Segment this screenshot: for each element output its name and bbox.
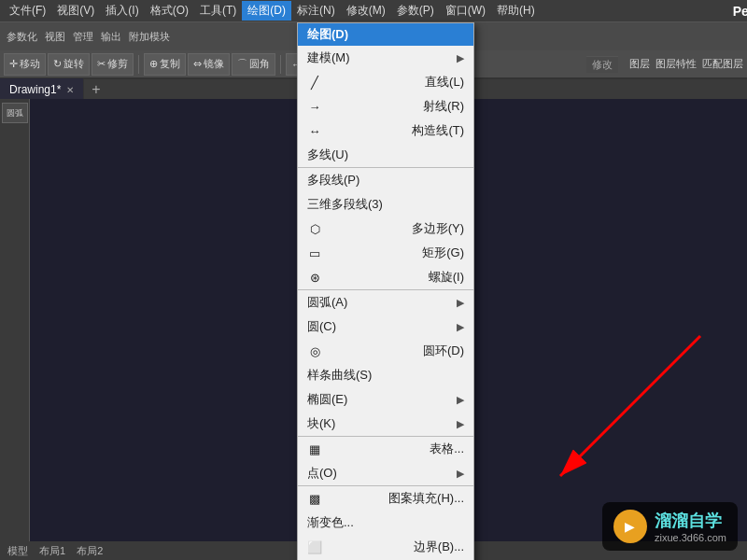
layer-properties-label: 图层特性 <box>655 57 697 71</box>
mirror-label: 镜像 <box>204 57 224 71</box>
move-icon: ✛ <box>9 58 18 70</box>
menu-item-hatch[interactable]: ▩ 图案填充(H)... <box>298 485 473 511</box>
line-icon: ╱ <box>307 76 322 90</box>
menu-item-point-label: 点(O) <box>307 465 337 482</box>
menu-item-polygon[interactable]: ⬡ 多边形(Y) <box>298 217 473 241</box>
menu-item-model[interactable]: 建模(M) ▶ <box>298 46 473 70</box>
arc-icon: 圆弧 <box>7 107 23 119</box>
menu-item-boundary[interactable]: ⬜ 边界(B)... <box>298 535 473 559</box>
menu-view[interactable]: 视图(V) <box>51 1 100 21</box>
fillet-icon: ⌒ <box>237 57 247 71</box>
toolbar-paramchem-label: 参数化 <box>4 29 40 45</box>
menu-tools[interactable]: 工具(T) <box>194 1 242 21</box>
trim-icon: ✂ <box>97 58 106 70</box>
draw-menu-header: 绘图(D) <box>298 23 473 46</box>
menu-annotate[interactable]: 标注(N) <box>291 1 341 21</box>
menu-item-gradient-label: 渐变色... <box>307 514 354 531</box>
toolbar-sep-1 <box>138 55 139 74</box>
watermark-text: 溜溜自学 zixue.3d66.com <box>655 510 726 543</box>
draw-dropdown-menu[interactable]: 绘图(D) 建模(M) ▶ ╱ 直线(L) → 射线(R) ↔ 构造线(T) 多… <box>297 22 474 560</box>
menu-item-hatch-label: 图案填充(H)... <box>388 490 464 507</box>
copy-label: 复制 <box>160 57 180 71</box>
ellipse-arrow-icon: ▶ <box>457 394 464 406</box>
menu-draw[interactable]: 绘图(D) <box>242 1 291 21</box>
status-model[interactable]: 模型 <box>7 544 28 558</box>
watermark-main-text: 溜溜自学 <box>655 510 726 532</box>
menu-format[interactable]: 格式(O) <box>145 1 194 21</box>
tab-drawing1-label: Drawing1* <box>9 83 61 96</box>
menu-item-rect[interactable]: ▭ 矩形(G) <box>298 241 473 265</box>
menu-item-point[interactable]: 点(O) ▶ <box>298 461 473 485</box>
menu-item-table[interactable]: ▦ 表格... <box>298 436 473 461</box>
rotate-label: 旋转 <box>63 57 84 71</box>
menu-item-ray-label: 射线(R) <box>423 98 464 115</box>
status-layout1[interactable]: 布局1 <box>39 544 65 558</box>
menu-params[interactable]: 参数(P) <box>391 1 440 21</box>
watermark-sub-text: zixue.3d66.com <box>655 532 726 543</box>
menu-item-donut[interactable]: ◎ 圆环(D) <box>298 339 473 363</box>
menu-item-3dpolyline-label: 三维多段线(3) <box>307 196 383 213</box>
menu-bar: 文件(F) 视图(V) 插入(I) 格式(O) 工具(T) 绘图(D) 标注(N… <box>0 0 747 22</box>
status-layout2[interactable]: 布局2 <box>77 544 103 558</box>
menu-item-donut-label: 圆环(D) <box>423 343 464 359</box>
menu-item-rect-label: 矩形(G) <box>422 245 464 261</box>
menu-modify[interactable]: 修改(M) <box>341 1 391 21</box>
menu-item-polyline[interactable]: 多段线(P) <box>298 167 473 192</box>
menu-item-ellipse[interactable]: 椭圆(E) ▶ <box>298 387 473 412</box>
tab-drawing1[interactable]: Drawing1* ✕ <box>0 78 84 101</box>
toolbar-trim-btn[interactable]: ✂ 修剪 <box>92 53 134 76</box>
menu-item-line-label: 直线(L) <box>425 74 464 91</box>
menu-file[interactable]: 文件(F) <box>4 1 51 21</box>
menu-item-block-label: 块(K) <box>307 415 335 432</box>
table-icon: ▦ <box>307 442 322 456</box>
menu-window[interactable]: 窗口(W) <box>440 1 491 21</box>
rect-icon: ▭ <box>307 246 322 260</box>
menu-item-ray[interactable]: → 射线(R) <box>298 94 473 119</box>
menu-item-multiline-label: 多线(U) <box>307 147 348 163</box>
tab-new-btn[interactable]: + <box>84 81 107 98</box>
tab-drawing1-close[interactable]: ✕ <box>66 85 74 95</box>
block-arrow-icon: ▶ <box>457 418 464 430</box>
hatch-icon: ▩ <box>307 492 322 506</box>
menu-item-boundary-label: 边界(B)... <box>414 539 464 555</box>
menu-item-table-label: 表格... <box>430 441 464 457</box>
menu-item-block[interactable]: 块(K) ▶ <box>298 412 473 436</box>
toolbar-view2-label: 视图 <box>42 29 68 45</box>
menu-item-construction[interactable]: ↔ 构造线(T) <box>298 119 473 143</box>
match-layer-label: 匹配图层 <box>702 57 743 71</box>
trim-label: 修剪 <box>107 57 128 71</box>
menu-item-polyline-label: 多段线(P) <box>307 172 359 189</box>
play-icon: ▶ <box>625 519 635 534</box>
menu-item-arc[interactable]: 圆弧(A) ▶ <box>298 289 473 315</box>
toolbar-sep-2 <box>280 55 281 74</box>
menu-help[interactable]: 帮助(H) <box>491 1 541 21</box>
menu-item-3dpolyline[interactable]: 三维多段线(3) <box>298 192 473 217</box>
menu-item-circle-label: 圆(C) <box>307 318 336 335</box>
toolbar-mirror-btn[interactable]: ⇔ 镜像 <box>188 53 230 76</box>
helix-icon: ⊛ <box>307 271 322 285</box>
toolbar-addons-label: 附加模块 <box>126 29 173 45</box>
menu-item-line[interactable]: ╱ 直线(L) <box>298 70 473 94</box>
toolbar-rotate-btn[interactable]: ↻ 旋转 <box>48 53 90 76</box>
menu-item-spline[interactable]: 样条曲线(S) <box>298 363 473 387</box>
menu-item-helix[interactable]: ⊛ 螺旋(I) <box>298 265 473 289</box>
menu-insert[interactable]: 插入(I) <box>100 1 144 21</box>
menu-item-arc-label: 圆弧(A) <box>307 294 347 311</box>
copy-icon: ⊕ <box>149 58 158 70</box>
move-label: 移动 <box>20 57 40 71</box>
left-arc-btn[interactable]: 圆弧 <box>2 103 28 123</box>
construction-icon: ↔ <box>307 124 322 138</box>
menu-item-circle[interactable]: 圆(C) ▶ <box>298 315 473 339</box>
toolbar-move-btn[interactable]: ✛ 移动 <box>4 53 46 76</box>
toolbar-copy-btn[interactable]: ⊕ 复制 <box>144 53 186 76</box>
layer-label: 图层 <box>629 57 650 71</box>
rotate-icon: ↻ <box>53 58 62 70</box>
mirror-icon: ⇔ <box>193 58 202 70</box>
menu-item-multiline[interactable]: 多线(U) <box>298 143 473 167</box>
toolbar-manage-label: 管理 <box>70 29 96 45</box>
menu-item-gradient[interactable]: 渐变色... <box>298 511 473 535</box>
menu-item-polygon-label: 多边形(Y) <box>412 220 464 237</box>
toolbar-fillet-btn[interactable]: ⌒ 圆角 <box>232 53 275 76</box>
performance-label: Performance <box>727 2 747 21</box>
watermark: ▶ 溜溜自学 zixue.3d66.com <box>602 502 738 551</box>
